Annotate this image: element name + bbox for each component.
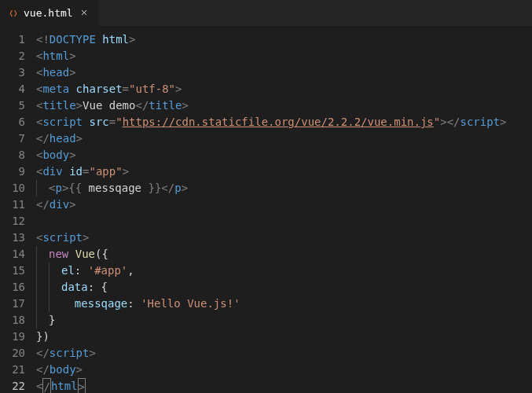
line-number: 13 [0, 230, 25, 246]
code-token: {{ [68, 180, 82, 196]
code-token: div [42, 163, 62, 180]
code-line[interactable] [36, 213, 532, 230]
code-token: script [460, 114, 501, 130]
code-token: script [42, 230, 83, 246]
code-token: </ [161, 180, 174, 196]
code-token: = [83, 163, 89, 180]
code-file-icon [8, 8, 19, 19]
code-token: script [50, 345, 90, 362]
code-token: </ [36, 196, 50, 213]
code-token: " [116, 114, 122, 130]
code-token: < [36, 147, 42, 163]
code-editor[interactable]: 12345678910111213141516171819202122 <!DO… [0, 27, 532, 393]
code-token: = [123, 81, 129, 97]
code-token: src [89, 114, 108, 130]
code-line[interactable]: <body> [36, 147, 532, 163]
code-token [63, 163, 69, 180]
code-token: < [36, 114, 42, 130]
line-number: 2 [0, 48, 25, 64]
line-number: 19 [0, 329, 25, 345]
code-line[interactable]: </script> [36, 345, 532, 362]
code-line[interactable]: <title>Vue demo</title> [36, 97, 532, 114]
code-line[interactable]: data: { [36, 279, 532, 296]
code-token: < [36, 97, 42, 114]
code-line[interactable]: <html> [36, 48, 532, 64]
code-line[interactable]: new Vue({ [36, 246, 532, 263]
code-token: script [42, 114, 83, 130]
code-token: el [61, 263, 75, 279]
code-token: </ [36, 345, 50, 362]
code-line[interactable]: </head> [36, 130, 532, 147]
code-token: <! [36, 31, 50, 48]
line-number: 1 [0, 31, 25, 48]
code-token: messqage [82, 180, 148, 196]
code-token: ></ [440, 114, 460, 130]
code-token: "utf-8" [129, 81, 175, 97]
code-token: head [50, 130, 76, 147]
line-number: 4 [0, 81, 25, 97]
code-line[interactable]: <p>{{ messqage }}</p> [36, 180, 532, 196]
code-line[interactable]: </html> [36, 378, 532, 393]
code-token: </ [135, 97, 149, 114]
code-line[interactable]: </div> [36, 196, 532, 213]
line-number: 6 [0, 114, 25, 130]
indent-guide [49, 263, 61, 279]
code-token: title [42, 97, 75, 114]
code-line[interactable]: </body> [36, 362, 532, 378]
code-token: > [69, 64, 75, 81]
code-token: id [69, 163, 83, 180]
line-number: 18 [0, 312, 25, 329]
code-token: html [42, 48, 69, 64]
code-content[interactable]: <!DOCTYPE html><html><head><meta charset… [36, 27, 532, 393]
line-number: 11 [0, 196, 25, 213]
code-token [83, 114, 89, 130]
code-token: 'Hello Vue.js!' [141, 296, 240, 312]
code-token: body [42, 147, 69, 163]
code-token: p [55, 180, 61, 196]
code-token [68, 246, 75, 263]
code-line[interactable]: <script> [36, 230, 532, 246]
code-token: < [49, 180, 55, 196]
code-token [96, 31, 102, 48]
code-token: Vue demo [83, 97, 135, 114]
code-token: data [61, 279, 88, 296]
tab-vue-html[interactable]: vue.html [0, 0, 98, 26]
code-token: title [149, 97, 182, 114]
tab-bar: vue.html [0, 0, 532, 27]
code-token: > [76, 362, 83, 378]
code-token: : [75, 263, 88, 279]
code-line[interactable]: <meta charset="utf-8"> [36, 81, 532, 97]
line-number: 7 [0, 130, 25, 147]
code-token: head [42, 64, 69, 81]
indent-guide [36, 263, 49, 279]
code-line[interactable]: <script src="https://cdn.staticfile.org/… [36, 114, 532, 130]
line-number: 15 [0, 263, 25, 279]
code-token: "app" [89, 163, 122, 180]
code-line[interactable]: }) [36, 329, 532, 345]
code-token: charset [76, 81, 123, 97]
line-number: 9 [0, 163, 25, 180]
line-number: 10 [0, 180, 25, 196]
indent-guide [49, 279, 61, 296]
code-line[interactable]: messqage: 'Hello Vue.js!' [36, 296, 532, 312]
code-line[interactable]: } [36, 312, 532, 329]
code-token: = [109, 114, 116, 130]
code-token: p [174, 180, 181, 196]
line-number: 8 [0, 147, 25, 163]
code-token: new [49, 246, 68, 263]
code-token: < [36, 378, 42, 393]
code-token: > [62, 180, 68, 196]
code-token: , [127, 263, 134, 279]
code-token: < [36, 163, 42, 180]
line-number: 5 [0, 97, 25, 114]
code-token: < [36, 81, 42, 97]
code-token: }) [36, 329, 50, 345]
close-icon[interactable] [78, 7, 90, 20]
code-line[interactable]: <!DOCTYPE html> [36, 31, 532, 48]
code-token [69, 81, 75, 97]
code-line[interactable]: <head> [36, 64, 532, 81]
code-token: div [50, 196, 69, 213]
code-line[interactable]: <div id="app"> [36, 163, 532, 180]
code-line[interactable]: el: '#app', [36, 263, 532, 279]
code-token: > [69, 48, 75, 64]
